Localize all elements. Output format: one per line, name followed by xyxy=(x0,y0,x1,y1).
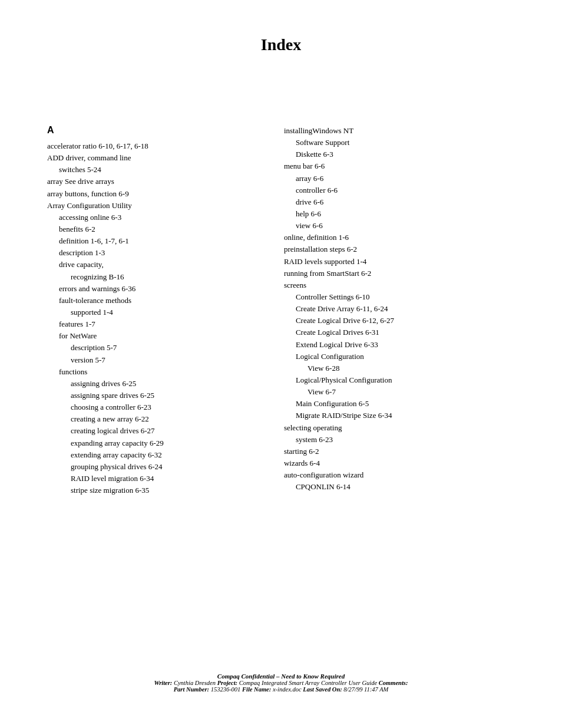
list-item: preinstallation steps 6-2 xyxy=(284,243,515,255)
list-item: selecting operating xyxy=(284,422,515,434)
list-item: Logical Configuration xyxy=(284,351,515,363)
right-column: installingWindows NTSoftware SupportDisk… xyxy=(284,125,515,493)
list-item: for NetWare xyxy=(47,330,260,342)
list-item: definition 1-6, 1-7, 6-1 xyxy=(47,235,260,247)
section-a-label: A xyxy=(47,125,260,136)
list-item: Main Configuration 6-5 xyxy=(284,398,515,410)
list-item: version 5-7 xyxy=(47,354,260,366)
list-item: running from SmartStart 6-2 xyxy=(284,268,515,279)
list-item: accessing online 6-3 xyxy=(47,212,260,223)
footer-writer-line: Writer: Cynthia Dresden Project: Compaq … xyxy=(0,680,562,686)
list-item: Controller Settings 6-10 xyxy=(284,291,515,303)
list-item: RAID levels supported 1-4 xyxy=(284,256,515,268)
list-item: array See drive arrays xyxy=(47,176,260,187)
page-title: Index xyxy=(47,35,515,54)
list-item: Migrate RAID/Stripe Size 6-34 xyxy=(284,410,515,421)
list-item: View 6-28 xyxy=(284,363,515,374)
list-item: drive 6-6 xyxy=(284,196,515,208)
list-item: system 6-23 xyxy=(284,434,515,446)
list-item: recognizing B-16 xyxy=(47,271,260,283)
list-item: array 6-6 xyxy=(284,173,515,185)
list-item: stripe size migration 6-35 xyxy=(47,485,260,496)
left-index-entries: accelerator ratio 6-10, 6-17, 6-18ADD dr… xyxy=(47,140,260,496)
list-item: View 6-7 xyxy=(284,386,515,398)
list-item: creating a new array 6-22 xyxy=(47,413,260,425)
list-item: array buttons, function 6-9 xyxy=(47,188,260,200)
list-item: online, definition 1-6 xyxy=(284,232,515,243)
list-item: installingWindows NT xyxy=(284,125,515,137)
list-item: functions xyxy=(47,366,260,378)
list-item: Create Logical Drives 6-31 xyxy=(284,327,515,338)
list-item: Create Drive Array 6-11, 6-24 xyxy=(284,303,515,315)
list-item: description 1-3 xyxy=(47,247,260,259)
footer: Compaq Confidential – Need to Know Requi… xyxy=(0,673,562,693)
left-column: A accelerator ratio 6-10, 6-17, 6-18ADD … xyxy=(47,125,260,496)
footer-saved-label: Last Saved On: xyxy=(302,686,344,693)
list-item: expanding array capacity 6-29 xyxy=(47,437,260,449)
footer-part-label: Part Number: xyxy=(174,686,211,693)
right-index-entries: installingWindows NTSoftware SupportDisk… xyxy=(284,125,515,493)
list-item: starting 6-2 xyxy=(284,446,515,457)
list-item: Create Logical Drive 6-12, 6-27 xyxy=(284,315,515,327)
list-item: Array Configuration Utility xyxy=(47,200,260,212)
list-item: controller 6-6 xyxy=(284,185,515,196)
page: Index A accelerator ratio 6-10, 6-17, 6-… xyxy=(0,0,562,728)
list-item: menu bar 6-6 xyxy=(284,160,515,172)
list-item: assigning drives 6-25 xyxy=(47,378,260,390)
footer-writer-label: Writer: xyxy=(154,680,174,686)
list-item: Diskette 6-3 xyxy=(284,149,515,160)
list-item: features 1-7 xyxy=(47,318,260,330)
list-item: Extend Logical Drive 6-33 xyxy=(284,339,515,351)
list-item: supported 1-4 xyxy=(47,307,260,318)
footer-project-label: Project: xyxy=(216,680,239,686)
footer-project: Compaq Integrated Smart Array Controller… xyxy=(239,680,378,686)
list-item: auto-configuration wizard xyxy=(284,469,515,481)
list-item: ADD driver, command line xyxy=(47,152,260,164)
footer-part-line: Part Number: 153236-001 File Name: x-ind… xyxy=(0,686,562,693)
footer-file-label: File Name: xyxy=(240,686,273,693)
list-item: Software Support xyxy=(284,137,515,149)
footer-writer: Cynthia Dresden xyxy=(174,680,216,686)
list-item: Logical/Physical Configuration xyxy=(284,374,515,386)
footer-comments-label: Comments: xyxy=(377,680,408,686)
list-item: wizards 6-4 xyxy=(284,457,515,469)
list-item: switches 5-24 xyxy=(47,164,260,176)
footer-confidential: Compaq Confidential – Need to Know Requi… xyxy=(0,673,562,680)
list-item: extending array capacity 6-32 xyxy=(47,449,260,461)
list-item: drive capacity, xyxy=(47,259,260,271)
list-item: benefits 6-2 xyxy=(47,223,260,235)
list-item: view 6-6 xyxy=(284,220,515,232)
footer-file: x-index.doc xyxy=(273,686,302,693)
list-item: creating logical drives 6-27 xyxy=(47,425,260,437)
footer-saved: 8/27/99 11:47 AM xyxy=(343,686,388,693)
list-item: screens xyxy=(284,279,515,291)
list-item: grouping physical drives 6-24 xyxy=(47,461,260,473)
list-item: accelerator ratio 6-10, 6-17, 6-18 xyxy=(47,140,260,152)
list-item: CPQONLIN 6-14 xyxy=(284,481,515,493)
list-item: errors and warnings 6-36 xyxy=(47,283,260,295)
index-content: A accelerator ratio 6-10, 6-17, 6-18ADD … xyxy=(47,125,515,496)
list-item: choosing a controller 6-23 xyxy=(47,401,260,413)
list-item: RAID level migration 6-34 xyxy=(47,473,260,485)
list-item: description 5-7 xyxy=(47,342,260,354)
list-item: assigning spare drives 6-25 xyxy=(47,390,260,401)
list-item: fault-tolerance methods xyxy=(47,295,260,307)
footer-part: 153236-001 xyxy=(211,686,241,693)
list-item: help 6-6 xyxy=(284,208,515,220)
